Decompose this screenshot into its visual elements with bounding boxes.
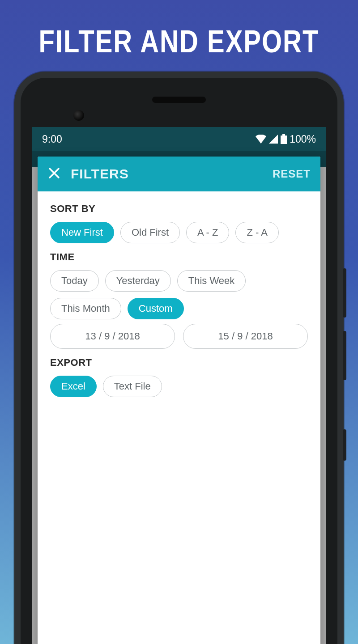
device-side-button: [343, 268, 346, 318]
time-chip-custom[interactable]: Custom: [128, 298, 184, 319]
export-label: EXPORT: [50, 357, 308, 369]
device-side-button: [343, 429, 346, 461]
sort-by-chips: New First Old First A - Z Z - A: [50, 222, 308, 243]
time-label: TIME: [50, 251, 308, 263]
reset-button[interactable]: RESET: [273, 168, 311, 180]
sort-chip-new-first[interactable]: New First: [50, 222, 114, 243]
screen: 9:00 100%: [32, 127, 326, 644]
device-side-button: [343, 331, 346, 380]
filters-sheet: FILTERS RESET SORT BY New First Old Firs…: [38, 157, 320, 644]
battery-percent: 100%: [290, 133, 316, 145]
wifi-icon: [256, 135, 266, 144]
battery-icon: [281, 134, 287, 144]
device-camera: [73, 110, 84, 121]
export-chip-text-file[interactable]: Text File: [103, 376, 162, 397]
close-icon: [48, 167, 60, 181]
export-chips: Excel Text File: [50, 376, 308, 397]
sheet-body: SORT BY New First Old First A - Z Z - A …: [38, 191, 320, 413]
device-bezel: 9:00 100%: [21, 78, 337, 644]
time-chip-this-week[interactable]: This Week: [177, 270, 246, 292]
time-chips: Today Yesterday This Week This Month Cus…: [50, 270, 308, 319]
sort-by-label: SORT BY: [50, 203, 308, 215]
sheet-header: FILTERS RESET: [38, 157, 320, 191]
svg-rect-0: [282, 134, 285, 136]
date-to-field[interactable]: 15 / 9 / 2018: [183, 324, 308, 349]
sort-chip-a-z[interactable]: A - Z: [186, 222, 229, 243]
status-time: 9:00: [42, 133, 62, 145]
export-chip-excel[interactable]: Excel: [50, 376, 97, 397]
device-frame: 9:00 100%: [14, 72, 344, 644]
date-range-row: 13 / 9 / 2018 15 / 9 / 2018: [50, 324, 308, 349]
sort-chip-old-first[interactable]: Old First: [120, 222, 180, 243]
time-chip-today[interactable]: Today: [50, 270, 99, 292]
time-chip-this-month[interactable]: This Month: [50, 298, 121, 319]
svg-rect-1: [281, 136, 287, 144]
device-speaker: [152, 97, 206, 103]
time-chip-yesterday[interactable]: Yesterday: [105, 270, 171, 292]
sheet-title: FILTERS: [71, 166, 263, 182]
promo-title: FILTER AND EXPORT: [0, 0, 358, 70]
close-button[interactable]: [47, 167, 61, 181]
status-indicators: 100%: [256, 133, 316, 145]
cellular-icon: [269, 135, 278, 144]
sort-chip-z-a[interactable]: Z - A: [235, 222, 278, 243]
status-bar: 9:00 100%: [32, 127, 326, 151]
date-from-field[interactable]: 13 / 9 / 2018: [50, 324, 175, 349]
